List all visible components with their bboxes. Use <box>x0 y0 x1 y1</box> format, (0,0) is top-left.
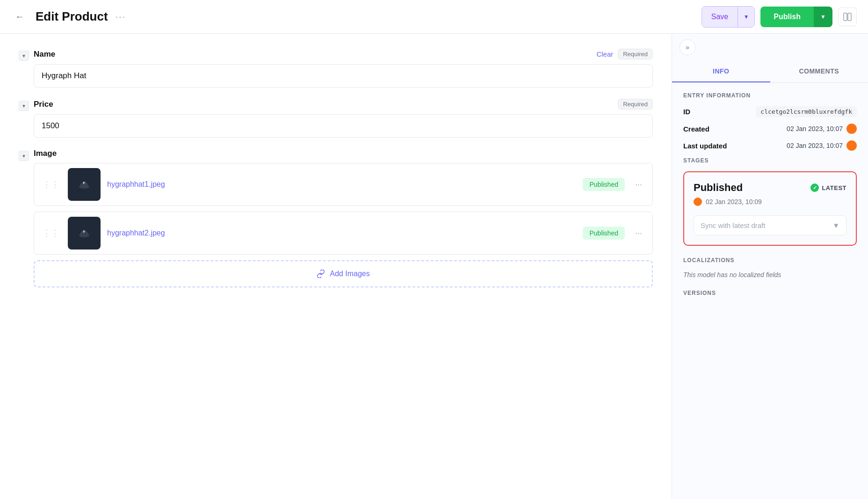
layout-icon <box>843 13 852 21</box>
image-more-button[interactable]: ··· <box>631 227 646 240</box>
price-collapse-button[interactable]: ▼ <box>19 101 29 111</box>
layout-toggle-button[interactable] <box>838 7 857 26</box>
tab-comments[interactable]: COMMENTS <box>770 61 868 82</box>
price-required-badge: Required <box>618 99 653 110</box>
save-button[interactable]: Save <box>702 7 738 27</box>
name-field-header: Name Clear Required <box>34 49 653 59</box>
hat-icon: g <box>77 226 92 241</box>
image-field-toggle: ▼ <box>19 149 34 287</box>
tab-info[interactable]: INFO <box>672 61 770 82</box>
main-layout: ▼ Name Clear Required ▼ Price <box>0 34 868 499</box>
sidebar-collapse-button[interactable]: » <box>680 39 695 55</box>
chevron-down-icon: ▼ <box>832 221 839 229</box>
id-value: clcetgo2lcsrm0bluxrefdgfk <box>756 106 857 117</box>
drag-handle-icon[interactable]: ⋮⋮ <box>41 179 61 190</box>
header: ← Edit Product ··· Save ▼ Publish ▼ <box>0 0 868 34</box>
name-clear-button[interactable]: Clear <box>596 50 613 58</box>
stage-name: Published <box>694 182 743 194</box>
localizations-heading: LOCALIZATIONS <box>683 257 857 264</box>
entry-information-section: ENTRY INFORMATION ID clcetgo2lcsrm0bluxr… <box>683 92 857 151</box>
sync-dropdown-button[interactable]: Sync with latest draft ▼ <box>694 215 846 235</box>
drag-handle-icon[interactable]: ⋮⋮ <box>41 228 61 238</box>
image-published-badge[interactable]: Published <box>583 178 625 191</box>
latest-check-icon <box>810 183 819 192</box>
price-field-toggle: ▼ <box>19 99 34 138</box>
price-field-header: Price Required <box>34 99 653 110</box>
versions-section: VERSIONS <box>683 290 857 296</box>
name-input[interactable] <box>34 64 653 88</box>
created-value: 02 Jan 2023, 10:07 <box>787 124 857 134</box>
created-row: Created 02 Jan 2023, 10:07 <box>683 124 857 134</box>
name-field-body: Name Clear Required <box>34 49 653 88</box>
list-item: ⋮⋮ g hygraphhat1.jpeg Published ··· <box>34 163 653 206</box>
image-field-body: Image ⋮⋮ g hygraphhat1.jpeg Publish <box>34 149 653 287</box>
svg-rect-0 <box>844 13 847 21</box>
hat-icon: g <box>77 177 92 192</box>
stages-box: Published LATEST 02 Jan 2023, 10:09 Sync… <box>683 171 857 246</box>
image-more-button[interactable]: ··· <box>631 178 646 191</box>
latest-badge: LATEST <box>810 183 846 192</box>
name-field-section: ▼ Name Clear Required <box>19 49 653 88</box>
entry-id-row: ID clcetgo2lcsrm0bluxrefdgfk <box>683 106 857 117</box>
sidebar-content: ENTRY INFORMATION ID clcetgo2lcsrm0bluxr… <box>672 92 868 315</box>
localizations-section: LOCALIZATIONS This model has no localize… <box>683 257 857 279</box>
sidebar: » INFO COMMENTS ENTRY INFORMATION ID clc… <box>672 34 868 499</box>
price-field-actions: Required <box>618 99 653 110</box>
header-right: Save ▼ Publish ▼ <box>702 6 857 28</box>
name-required-badge: Required <box>618 49 653 59</box>
image-thumbnail: g <box>68 217 101 250</box>
entry-info-heading: ENTRY INFORMATION <box>683 92 857 99</box>
image-label: Image <box>34 149 57 158</box>
avatar <box>846 140 857 151</box>
stages-section: STAGES Published LATEST 02 Jan 2023, 10:… <box>683 157 857 246</box>
updated-value: 02 Jan 2023, 10:07 <box>787 140 857 151</box>
add-images-label: Add Images <box>330 270 369 278</box>
link-icon <box>317 270 325 278</box>
price-label: Price <box>34 100 53 109</box>
sync-label: Sync with latest draft <box>701 221 765 229</box>
image-published-badge[interactable]: Published <box>583 227 625 240</box>
content-area: ▼ Name Clear Required ▼ Price <box>0 34 672 499</box>
id-label: ID <box>683 108 690 116</box>
stage-date: 02 Jan 2023, 10:09 <box>694 198 846 206</box>
more-options-button[interactable]: ··· <box>116 11 126 22</box>
back-button[interactable]: ← <box>11 8 28 25</box>
name-label: Name <box>34 50 55 59</box>
stages-heading: STAGES <box>683 157 857 164</box>
avatar <box>694 198 702 206</box>
sidebar-tabs: INFO COMMENTS <box>672 61 868 83</box>
publish-button-group: Publish ▼ <box>760 7 832 27</box>
save-dropdown-button[interactable]: ▼ <box>738 7 754 27</box>
no-localized-message: This model has no localized fields <box>683 271 857 279</box>
list-item: ⋮⋮ g hygraphhat2.jpeg Published ··· <box>34 212 653 255</box>
header-left: ← Edit Product ··· <box>11 8 126 25</box>
add-images-button[interactable]: Add Images <box>34 260 653 287</box>
image-thumbnail: g <box>68 168 101 201</box>
image-filename: hygraphhat2.jpeg <box>107 229 576 237</box>
svg-rect-1 <box>848 13 851 21</box>
updated-label: Last updated <box>683 142 727 150</box>
image-filename: hygraphhat1.jpeg <box>107 180 576 189</box>
image-field-section: ▼ Image ⋮⋮ g <box>19 149 653 287</box>
publish-dropdown-button[interactable]: ▼ <box>814 7 832 27</box>
avatar <box>846 124 857 134</box>
latest-label: LATEST <box>822 184 846 191</box>
svg-text:g: g <box>83 182 85 184</box>
price-input[interactable] <box>34 114 653 138</box>
image-collapse-button[interactable]: ▼ <box>19 151 29 161</box>
image-field-header: Image <box>34 149 653 158</box>
versions-heading: VERSIONS <box>683 290 857 296</box>
created-label: Created <box>683 125 709 133</box>
svg-text:g: g <box>83 230 85 233</box>
price-field-section: ▼ Price Required <box>19 99 653 138</box>
publish-button[interactable]: Publish <box>760 7 814 27</box>
save-button-group: Save ▼ <box>702 6 755 28</box>
name-field-toggle: ▼ <box>19 49 34 88</box>
page-title: Edit Product <box>36 9 108 24</box>
name-collapse-button[interactable]: ▼ <box>19 51 29 61</box>
updated-row: Last updated 02 Jan 2023, 10:07 <box>683 140 857 151</box>
stage-header: Published LATEST <box>694 182 846 194</box>
name-field-actions: Clear Required <box>596 49 653 59</box>
price-field-body: Price Required <box>34 99 653 138</box>
